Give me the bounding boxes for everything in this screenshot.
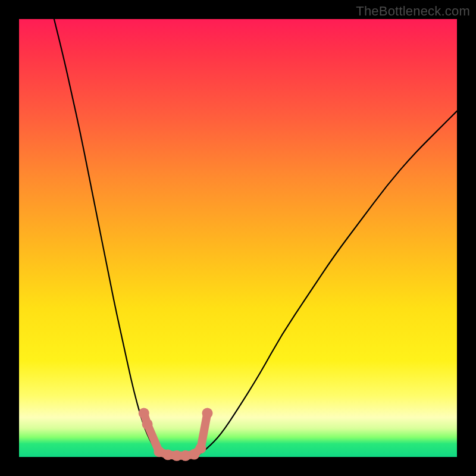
bottleneck-curve — [54, 19, 457, 457]
curve-svg — [19, 19, 457, 457]
plot-area — [19, 19, 457, 457]
valley-markers — [139, 408, 213, 461]
watermark-text: TheBottleneck.com — [356, 4, 470, 19]
marker-right-tip — [202, 408, 213, 418]
marker-left-knuckle-mid — [142, 419, 153, 430]
marker-left-knuckle-top — [139, 408, 149, 418]
marker-right-knuckle — [195, 443, 206, 453]
chart-frame: TheBottleneck.com — [0, 0, 476, 476]
